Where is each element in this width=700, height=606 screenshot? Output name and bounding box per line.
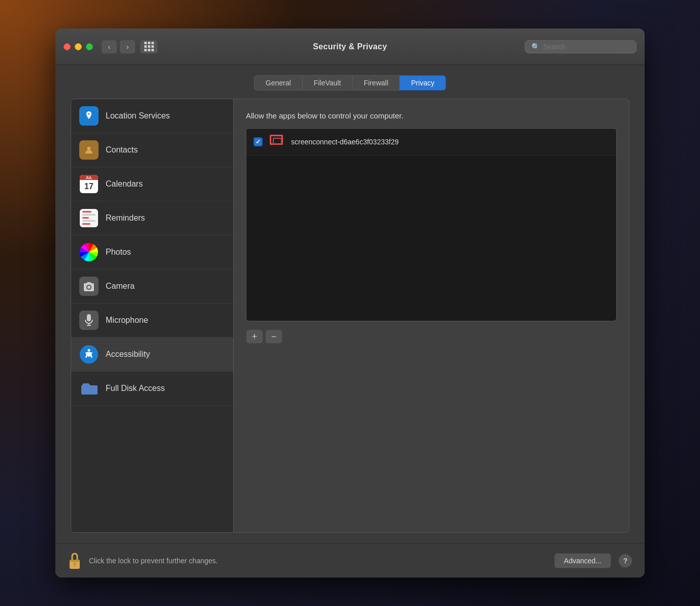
tab-filevault[interactable]: FileVault: [303, 75, 353, 90]
fullDisk-icon: [79, 379, 99, 398]
screenconnect-icon: [269, 134, 285, 150]
lock-text: Click the lock to prevent further change…: [89, 557, 218, 565]
tab-privacy[interactable]: Privacy: [400, 75, 446, 90]
tab-firewall[interactable]: Firewall: [353, 75, 400, 90]
svg-rect-10: [74, 564, 75, 566]
sidebar-item-location[interactable]: Location Services: [71, 99, 233, 133]
accessibility-icon: [79, 345, 99, 364]
lock-icon-wrap[interactable]: [68, 552, 82, 570]
sidebar-label-photos: Photos: [106, 248, 131, 257]
app-checkbox[interactable]: ✓: [253, 137, 263, 146]
grid-icon: [144, 42, 154, 51]
reminders-icon: [79, 208, 99, 228]
close-button[interactable]: [63, 43, 71, 50]
sidebar-item-calendars[interactable]: JUL 17 Calendars: [71, 167, 233, 201]
panel-description: Allow the apps below to control your com…: [246, 111, 617, 120]
svg-rect-8: [70, 560, 80, 562]
svg-point-2: [87, 286, 90, 289]
help-button[interactable]: ?: [618, 554, 632, 568]
sidebar-label-location: Location Services: [106, 111, 170, 120]
tab-general[interactable]: General: [254, 75, 303, 90]
location-icon: [79, 106, 99, 126]
camera-icon: [79, 277, 99, 296]
maximize-button[interactable]: [86, 43, 93, 50]
forward-button[interactable]: ›: [119, 40, 136, 54]
sidebar-label-camera: Camera: [106, 282, 135, 291]
sidebar-item-fullDisk[interactable]: Full Disk Access: [71, 372, 233, 406]
sidebar-label-accessibility: Accessibility: [106, 350, 150, 359]
tabs-row: General FileVault Firewall Privacy: [71, 75, 629, 90]
list-controls: + −: [246, 329, 617, 344]
sidebar-item-contacts[interactable]: Contacts: [71, 133, 233, 167]
right-panel: Allow the apps below to control your com…: [234, 99, 629, 532]
lock-icon: [68, 552, 82, 570]
sidebar: Location Services Contacts: [71, 99, 234, 532]
search-bar[interactable]: 🔍: [525, 40, 637, 53]
advanced-button[interactable]: Advanced...: [554, 553, 611, 568]
sidebar-item-microphone[interactable]: Microphone: [71, 304, 233, 338]
grid-view-button[interactable]: [140, 40, 158, 54]
sidebar-item-reminders[interactable]: Reminders: [71, 201, 233, 235]
contacts-icon: [79, 140, 99, 160]
back-button[interactable]: ‹: [101, 40, 117, 54]
sidebar-label-microphone: Microphone: [106, 316, 148, 325]
sidebar-item-accessibility[interactable]: Accessibility: [71, 338, 233, 372]
add-app-button[interactable]: +: [246, 329, 263, 344]
content-area: General FileVault Firewall Privacy Locat…: [55, 65, 645, 543]
traffic-lights: [63, 43, 93, 50]
main-panel: Location Services Contacts: [71, 99, 629, 533]
app-list: ✓ screenconnect-d6ae6c3f03233f29: [246, 128, 617, 321]
search-input[interactable]: [543, 43, 630, 51]
sidebar-label-contacts: Contacts: [106, 145, 138, 155]
microphone-icon: [79, 311, 99, 330]
sidebar-item-photos[interactable]: Photos: [71, 235, 233, 269]
svg-point-1: [87, 147, 91, 150]
main-window: ‹ › Security & Privacy 🔍 General FileVau…: [55, 28, 645, 578]
bottom-bar: Click the lock to prevent further change…: [55, 543, 645, 578]
calendars-icon: JUL 17: [79, 174, 99, 194]
sidebar-label-calendars: Calendars: [106, 179, 143, 189]
sidebar-label-fullDisk: Full Disk Access: [106, 384, 165, 393]
nav-buttons: ‹ ›: [101, 40, 136, 54]
titlebar: ‹ › Security & Privacy 🔍: [55, 28, 645, 65]
svg-point-6: [88, 349, 90, 352]
svg-rect-3: [87, 314, 91, 321]
window-title: Security & Privacy: [313, 42, 387, 51]
sidebar-label-reminders: Reminders: [106, 214, 145, 223]
app-list-item[interactable]: ✓ screenconnect-d6ae6c3f03233f29: [246, 129, 616, 156]
search-icon: 🔍: [531, 43, 540, 51]
sidebar-item-camera[interactable]: Camera: [71, 269, 233, 304]
app-name: screenconnect-d6ae6c3f03233f29: [291, 138, 399, 146]
minimize-button[interactable]: [75, 43, 82, 50]
checkmark-icon: ✓: [256, 138, 261, 145]
photos-icon: [79, 243, 99, 262]
remove-app-button[interactable]: −: [265, 329, 282, 344]
